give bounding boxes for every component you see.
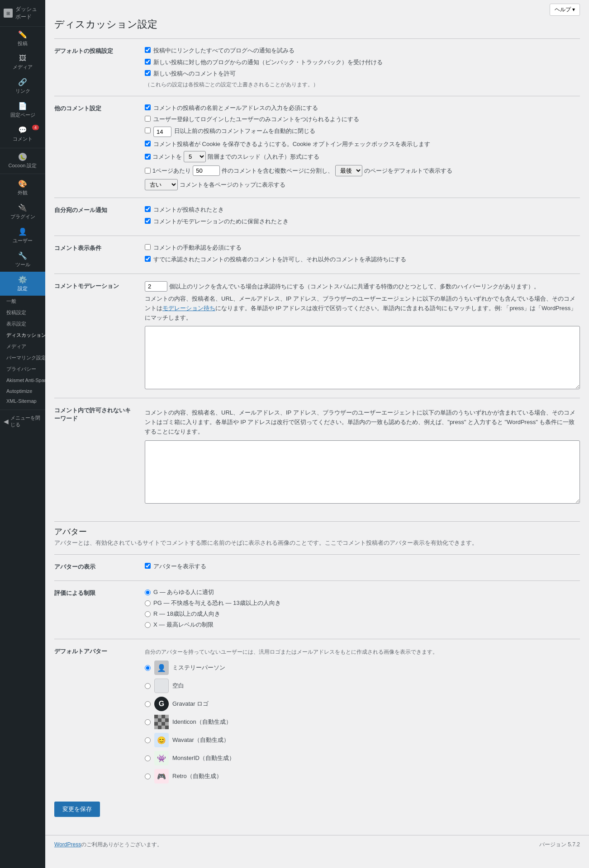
submenu-general[interactable]: 一般 [0,296,45,307]
collapse-menu-button[interactable]: ◀ メニューを閉じる [0,412,45,431]
radio-avatar-mystery[interactable] [145,665,151,671]
settings-submenu: 一般 投稿設定 表示設定 ディスカッション メディア パーマリンク設定 プライバ… [0,296,45,406]
radio-avatar-retro[interactable] [145,774,151,779]
moderation-textarea[interactable] [145,326,580,389]
section-comment-display: コメント表示条件 コメントの手動承認を必須にする すでに承認されたコメントの投稿… [54,236,580,274]
page-count-input[interactable] [193,165,220,176]
sidebar-item-posts[interactable]: ✏️ 投稿 [0,27,45,51]
cb-notify-moderation[interactable] [145,218,151,224]
rating-g-label: G — あらゆる人に適切 [153,588,214,596]
avatar-gravatar-label: Gravatar ロゴ [172,700,209,708]
moderation-link[interactable]: モデレーション待ち [162,305,215,311]
cb-cookie[interactable] [145,141,151,146]
moderation-link-count[interactable] [145,281,167,292]
sidebar-item-comments[interactable]: 💬 コメント 4 [0,122,45,146]
svg-rect-1 [158,715,162,718]
cb-cookie-label: コメント投稿者が Cookie を保存できるようにする。Cookie オプトイン… [153,140,430,149]
order-label: コメントを各ページのトップに表示する [180,181,285,189]
submenu-permalink[interactable]: パーマリンク設定 [0,352,45,363]
thread-label-before: コメントを [152,153,182,161]
section-comment-moderation-value: 個以上のリンクを含んでいる場合は承認待ちにする（コメントスパムに共通する特徴のひ… [145,281,580,391]
page-label-before: 1ページあたり [152,167,191,175]
sidebar-item-appearance[interactable]: 🎨 外観 [0,176,45,200]
submenu-akismet[interactable]: Akismet Anti-Spam (アンチスパム) [0,375,45,386]
page-order-select[interactable]: 最後最初 [335,165,362,176]
avatar-section-heading: アバター [54,521,580,537]
sidebar-item-pages[interactable]: 📄 固定ページ [0,98,45,122]
radio-avatar-gravatar[interactable] [145,701,151,707]
help-button[interactable]: ヘルプ ▾ [550,4,580,16]
collapse-label: メニューを閉じる [10,415,42,428]
cb-close-days[interactable] [145,127,151,133]
submenu-discussion[interactable]: ディスカッション [0,330,45,341]
cb-approved-author[interactable] [145,256,151,262]
avatar-option-wavatar: 😊 Wavatar（自動生成） [145,733,580,747]
cb-pingback[interactable] [145,59,151,65]
radio-avatar-identicon[interactable] [145,719,151,725]
avatar-option-blank: 空白 [145,679,580,693]
submenu-posts-settings[interactable]: 投稿設定 [0,307,45,318]
sidebar-item-links[interactable]: 🔗 リンク [0,74,45,98]
footer-version: バージョン 5.7.2 [539,841,580,849]
blocklist-textarea[interactable] [145,440,580,504]
section-comment-display-label: コメント表示条件 [54,243,145,252]
avatar-blank-icon [154,679,169,693]
radio-avatar-wavatar[interactable] [145,737,151,743]
cb-show-avatar[interactable] [145,563,151,569]
avatar-retro-icon: 🎮 [154,769,169,783]
days-input[interactable] [153,127,171,137]
moderation-link-row: 個以上のリンクを含んでいる場合は承認待ちにする（コメントスパムに共通する特徴のひ… [145,281,580,292]
other-cb-row-2: ユーザー登録してログインしたユーザーのみコメントをつけられるようにする [145,115,580,124]
cb-link-notify[interactable] [145,47,151,53]
radio-rating-r[interactable] [145,611,151,617]
cb-pages[interactable] [145,168,151,174]
sidebar-item-plugins[interactable]: 🔌 プラグイン [0,200,45,224]
thread-row: コメントを 534678910 階層までのスレッド（入れ子）形式にする [145,151,580,162]
sidebar-logo[interactable]: ⊞ ダッシュボード [0,0,45,27]
cb-allow-comments[interactable] [145,70,151,76]
blocklist-desc: コメントの内容、投稿者名、URL、メールアドレス、IP アドレス、ブラウザーのユ… [145,408,580,436]
cb-link-notify-label: 投稿中にリンクしたすべてのブログへの通知を試みる [153,46,294,55]
media-icon: 🖼 [19,54,26,62]
save-button[interactable]: 変更を保存 [54,802,100,817]
cb-require-name-email[interactable] [145,104,151,110]
section-avatar-display: アバターの表示 アバターを表示する [54,554,580,581]
section-avatar-rating-label: 評価による制限 [54,588,145,597]
cb-notify-posted-label: コメントが投稿されたとき [153,205,224,214]
cb-manual-approve[interactable] [145,244,151,250]
section-comment-display-value: コメントの手動承認を必須にする すでに承認されたコメントの投稿者のコメントを許可… [145,243,580,266]
sidebar-item-settings[interactable]: ⚙️ 設定 [0,272,45,296]
submenu-media[interactable]: メディア [0,341,45,352]
submenu-autoptimize[interactable]: Autoptimize [0,386,45,396]
radio-rating-x[interactable] [145,622,151,628]
svg-rect-15 [165,726,169,729]
section-avatar-rating: 評価による制限 G — あらゆる人に適切 PG — 不快感を与える恐れ — 13… [54,580,580,639]
radio-avatar-monsterid[interactable] [145,755,151,761]
cb-threaded[interactable] [145,154,151,160]
cb-login-required[interactable] [145,116,151,122]
submenu-xml-sitemap[interactable]: XML-Sitemap [0,396,45,406]
sidebar-item-cocoon[interactable]: 🐛 Cocoon 設定 [0,150,45,172]
section-default-post-label: デフォルトの投稿設定 [54,46,145,55]
comment-order-select[interactable]: 古い新しい [145,179,178,190]
thread-level-select[interactable]: 534678910 [184,151,206,162]
radio-rating-pg[interactable] [145,600,151,606]
sidebar-item-users[interactable]: 👤 ユーザー [0,224,45,248]
footer-link-area: WordPressのご利用ありがとうございます。 [54,841,162,849]
cb-approved-author-label: すでに承認されたコメントの投稿者のコメントを許可し、それ以外のコメントを承認待ち… [153,255,406,264]
section-default-post: デフォルトの投稿設定 投稿中にリンクしたすべてのブログへの通知を試みる 新しい投… [54,38,580,96]
footer-wp-link[interactable]: WordPress [54,841,81,848]
settings-label: 設定 [18,285,28,292]
avatar-identicon-icon [154,715,169,729]
rating-r-row: R — 18歳以上の成人向き [145,610,580,618]
radio-avatar-blank[interactable] [145,683,151,689]
sidebar-item-tools[interactable]: 🔧 ツール [0,248,45,272]
section-comment-moderation-label: コメントモデレーション [54,281,145,290]
avatar-option-mystery: 👤 ミステリーパーソン [145,660,580,675]
cb-notify-posted[interactable] [145,206,151,212]
rating-pg-row: PG — 不快感を与える恐れ — 13歳以上の人向き [145,599,580,607]
sidebar-item-media[interactable]: 🖼 メディア [0,51,45,74]
submenu-privacy[interactable]: プライバシー [0,363,45,375]
radio-rating-g[interactable] [145,590,151,595]
submenu-display-settings[interactable]: 表示設定 [0,318,45,330]
